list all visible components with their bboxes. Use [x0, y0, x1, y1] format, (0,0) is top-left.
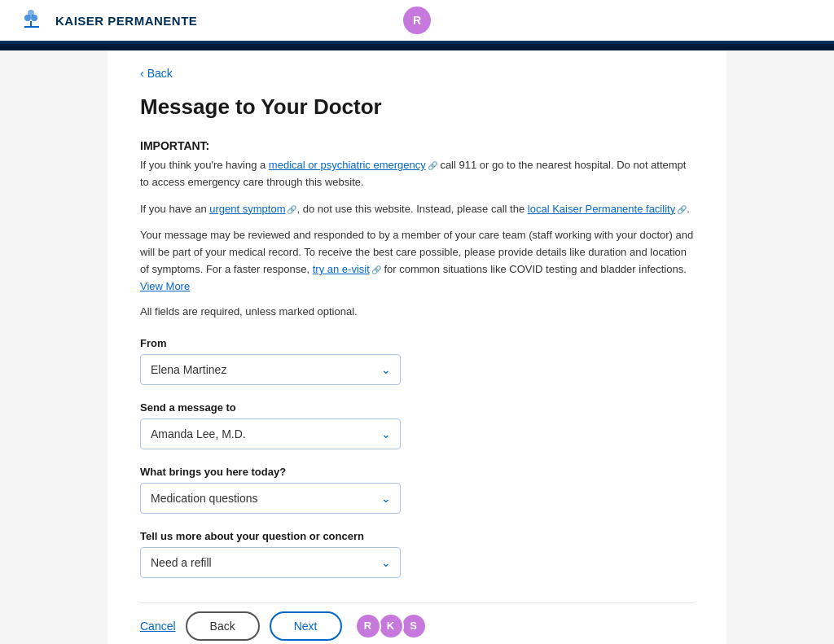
- emergency-link[interactable]: medical or psychiatric emergency: [269, 159, 426, 171]
- from-field-group: From Elena Martinez ⌄: [140, 337, 694, 385]
- reason-select-wrapper: Medication questions ⌄: [140, 483, 401, 514]
- reason-select[interactable]: Medication questions: [140, 483, 401, 514]
- send-to-select[interactable]: Amanda Lee, M.D.: [140, 418, 401, 449]
- ext-icon-2: 🔗: [287, 204, 296, 217]
- detail-label: Tell us more about your question or conc…: [140, 530, 694, 542]
- avatar-r: R: [355, 613, 381, 639]
- view-more-link[interactable]: View More: [140, 280, 190, 292]
- reason-label: What brings you here today?: [140, 466, 694, 478]
- evisit-link[interactable]: try an e-visit: [313, 263, 370, 275]
- back-chevron-icon: ‹: [140, 67, 144, 80]
- ext-icon-1: 🔗: [428, 160, 437, 173]
- bottom-avatars: R K S: [358, 613, 427, 639]
- send-to-select-wrapper: Amanda Lee, M.D. ⌄: [140, 418, 401, 449]
- important-label: IMPORTANT:: [140, 139, 694, 152]
- urgent-symptom-link[interactable]: urgent symptom: [209, 203, 285, 215]
- from-select-wrapper: Elena Martinez ⌄: [140, 354, 401, 385]
- main-content: ‹ Back Message to Your Doctor IMPORTANT:…: [108, 50, 726, 644]
- svg-rect-4: [24, 26, 39, 28]
- fields-note: All fields are required, unless marked o…: [140, 305, 694, 318]
- back-nav-label: Back: [147, 67, 173, 80]
- kp-logo-icon: [16, 8, 49, 33]
- header: KAISER PERMANENTE R: [0, 0, 834, 44]
- ext-icon-3: 🔗: [677, 204, 687, 217]
- kp-facility-link[interactable]: local Kaiser Permanente facility: [528, 203, 675, 215]
- svg-point-2: [28, 10, 34, 16]
- detail-select[interactable]: Need a refill: [140, 547, 401, 578]
- header-avatar: R: [403, 7, 431, 34]
- detail-field-group: Tell us more about your question or conc…: [140, 530, 694, 578]
- urgent-info: If you have an urgent symptom🔗, do not u…: [140, 201, 694, 218]
- detail-select-wrapper: Need a refill ⌄: [140, 547, 401, 578]
- logo-area: KAISER PERMANENTE: [16, 8, 197, 33]
- cancel-button[interactable]: Cancel: [140, 620, 176, 633]
- footer-actions: Cancel Back Next R K S: [140, 602, 694, 641]
- next-button[interactable]: Next: [270, 611, 342, 641]
- logo-text: KAISER PERMANENTE: [55, 14, 197, 28]
- ext-icon-4: 🔗: [371, 264, 381, 277]
- important-section: IMPORTANT: If you think you're having a …: [140, 139, 694, 296]
- message-info: Your message may be reviewed and respond…: [140, 227, 694, 295]
- page-title: Message to Your Doctor: [140, 94, 694, 120]
- from-label: From: [140, 337, 694, 349]
- send-to-field-group: Send a message to Amanda Lee, M.D. ⌄: [140, 401, 694, 449]
- avatar-s: S: [401, 613, 427, 639]
- back-nav-link[interactable]: ‹ Back: [140, 67, 173, 80]
- back-button[interactable]: Back: [186, 611, 260, 641]
- avatar-k: K: [378, 613, 404, 639]
- send-to-label: Send a message to: [140, 401, 694, 414]
- emergency-info: If you think you're having a medical or …: [140, 157, 694, 191]
- reason-field-group: What brings you here today? Medication q…: [140, 466, 694, 514]
- from-select[interactable]: Elena Martinez: [140, 354, 401, 385]
- dark-bar: [0, 44, 834, 50]
